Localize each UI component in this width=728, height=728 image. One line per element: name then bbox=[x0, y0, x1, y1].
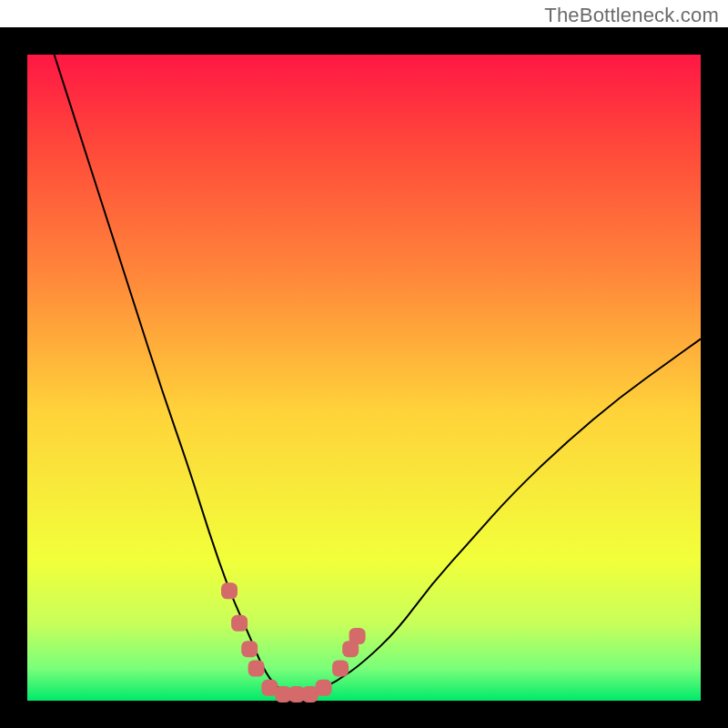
watermark-text: TheBottleneck.com bbox=[544, 4, 719, 27]
marker-point bbox=[349, 628, 366, 644]
marker-point bbox=[221, 582, 238, 599]
marker-point bbox=[231, 615, 248, 632]
bottleneck-chart bbox=[0, 0, 728, 728]
marker-point bbox=[241, 641, 258, 657]
svg-rect-3 bbox=[27, 55, 701, 701]
marker-point bbox=[332, 661, 349, 677]
marker-point bbox=[316, 680, 332, 696]
chart-container: TheBottleneck.com bbox=[0, 0, 728, 728]
marker-point bbox=[248, 661, 265, 677]
